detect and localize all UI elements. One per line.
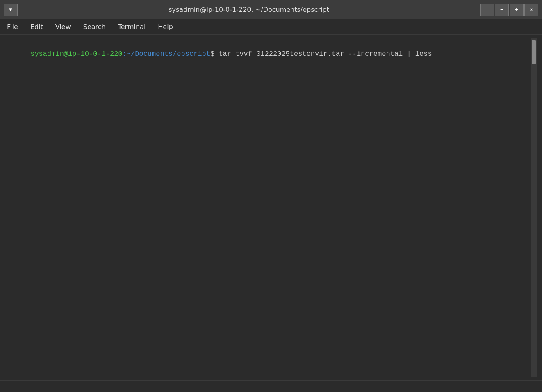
maximize-button[interactable]: + xyxy=(510,4,524,16)
prompt-dollar: $ xyxy=(210,50,214,58)
close-icon: ✕ xyxy=(530,6,533,13)
minimize-icon: − xyxy=(500,7,503,13)
menu-label-file: File xyxy=(7,23,18,31)
terminal-content: sysadmin@ip-10-0-1-220:~/Documents/epscr… xyxy=(5,38,531,377)
menu-item-view[interactable]: View xyxy=(53,21,73,32)
menu-item-file[interactable]: File xyxy=(5,21,20,32)
terminal-body[interactable]: sysadmin@ip-10-0-1-220:~/Documents/epscr… xyxy=(0,35,542,380)
menu-label-terminal: Terminal xyxy=(118,23,146,31)
window-controls: ↑ − + ✕ xyxy=(480,4,538,16)
terminal-window: ▼ sysadmin@ip-10-0-1-220: ~/Documents/ep… xyxy=(0,0,542,392)
menu-label-search: Search xyxy=(83,23,106,31)
dropdown-button[interactable]: ▼ xyxy=(4,4,18,16)
close-button[interactable]: ✕ xyxy=(524,4,538,16)
status-bar xyxy=(0,380,542,392)
menu-label-edit: Edit xyxy=(30,23,43,31)
menu-item-help[interactable]: Help xyxy=(155,21,175,32)
minimize-button[interactable]: − xyxy=(495,4,509,16)
prompt-user: sysadmin@ip-10-0-1-220 xyxy=(30,50,122,58)
scrollbar-thumb[interactable] xyxy=(532,40,536,64)
title-bar: ▼ sysadmin@ip-10-0-1-220: ~/Documents/ep… xyxy=(0,0,542,19)
up-arrow-icon: ↑ xyxy=(485,7,489,13)
menu-label-help: Help xyxy=(158,23,173,31)
window-title: sysadmin@ip-10-0-1-220: ~/Documents/epsc… xyxy=(18,6,480,14)
menu-item-search[interactable]: Search xyxy=(81,21,108,32)
scroll-up-button[interactable]: ↑ xyxy=(480,4,494,16)
menu-item-edit[interactable]: Edit xyxy=(28,21,46,32)
menu-label-view: View xyxy=(55,23,71,31)
title-bar-left: ▼ xyxy=(4,4,18,16)
menu-bar: File Edit View Search Terminal Help xyxy=(0,19,542,35)
menu-item-terminal[interactable]: Terminal xyxy=(116,21,148,32)
maximize-icon: + xyxy=(515,7,518,13)
terminal-command: tar tvvf 01222025testenvir.tar --increme… xyxy=(214,50,432,58)
dropdown-arrow-icon: ▼ xyxy=(9,7,12,13)
scrollbar[interactable] xyxy=(531,38,537,377)
prompt-path: :~/Documents/epscript xyxy=(123,50,210,58)
